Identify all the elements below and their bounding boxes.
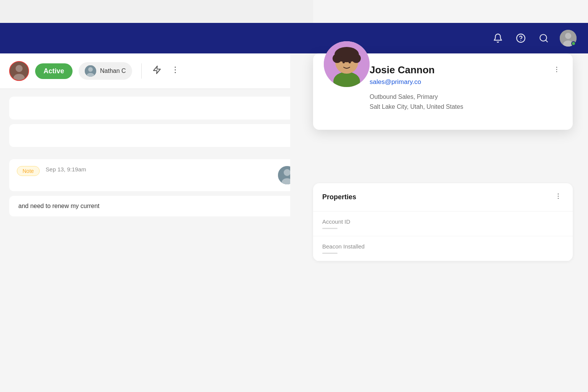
property-account-id: Account ID <box>313 211 573 236</box>
profile-more-icon[interactable] <box>551 64 562 77</box>
svg-point-32 <box>556 71 557 73</box>
property-account-id-value <box>322 228 338 229</box>
svg-point-34 <box>558 196 559 197</box>
contact-role: Outbound Sales, Primary Salt Lake City, … <box>370 92 551 111</box>
assignee-avatar <box>85 65 96 77</box>
more-options-icon[interactable] <box>169 64 181 78</box>
profile-avatar <box>324 41 370 87</box>
svg-line-3 <box>546 40 548 42</box>
svg-point-30 <box>556 67 557 68</box>
svg-point-14 <box>174 67 176 68</box>
svg-point-16 <box>174 72 176 73</box>
assignee-name: Nathan C <box>100 68 126 74</box>
conversation-panel: Active Nathan C <box>0 53 313 392</box>
property-beacon-installed-value <box>322 253 338 254</box>
properties-more-icon[interactable] <box>553 191 564 203</box>
conversation-list <box>0 89 313 155</box>
svg-point-27 <box>349 49 356 56</box>
note-body: and need to renew my current <box>18 203 100 209</box>
online-indicator <box>571 41 576 46</box>
notification-bell-icon[interactable] <box>491 31 505 45</box>
properties-panel: Properties Account ID Beacon Installed <box>313 183 573 261</box>
svg-point-5 <box>565 33 571 39</box>
note-timestamp: Sep 13, 9:19am <box>46 166 272 173</box>
conversation-item-2[interactable] <box>9 124 304 147</box>
svg-point-15 <box>174 69 176 71</box>
svg-point-26 <box>337 49 345 56</box>
profile-info: Josie Cannon sales@primary.co Outbound S… <box>370 64 551 111</box>
svg-point-35 <box>558 198 559 199</box>
help-icon[interactable] <box>514 31 528 45</box>
user-avatar-nav[interactable] <box>560 30 577 47</box>
svg-point-29 <box>349 61 351 63</box>
property-beacon-installed-label: Beacon Installed <box>322 243 564 250</box>
conversation-toolbar: Active Nathan C <box>0 53 313 89</box>
properties-title: Properties <box>322 193 356 201</box>
svg-point-18 <box>284 169 291 176</box>
property-account-id-label: Account ID <box>322 218 564 225</box>
lightning-icon[interactable] <box>151 64 163 78</box>
contact-email[interactable]: sales@primary.co <box>370 78 551 86</box>
svg-marker-13 <box>153 66 160 74</box>
status-badge[interactable]: Active <box>35 63 73 79</box>
note-row: Note Sep 13, 9:19am <box>9 159 304 191</box>
contact-avatar[interactable] <box>9 61 29 81</box>
note-text: and need to renew my current <box>9 196 304 216</box>
svg-point-33 <box>558 194 559 195</box>
toolbar-divider <box>141 63 142 79</box>
svg-point-11 <box>88 67 93 72</box>
profile-card: Josie Cannon sales@primary.co Outbound S… <box>313 53 573 130</box>
property-beacon-installed: Beacon Installed <box>313 236 573 261</box>
svg-point-8 <box>16 65 23 72</box>
search-icon[interactable] <box>537 31 551 45</box>
contact-name: Josie Cannon <box>370 64 551 76</box>
profile-card-header: Josie Cannon sales@primary.co Outbound S… <box>324 64 562 111</box>
assignee-chip[interactable]: Nathan C <box>79 62 132 80</box>
top-navigation <box>0 23 588 53</box>
svg-point-31 <box>556 69 557 70</box>
note-tag: Note <box>17 166 40 176</box>
svg-point-28 <box>342 61 345 63</box>
right-panel: Josie Cannon sales@primary.co Outbound S… <box>290 23 588 392</box>
conversation-item-1[interactable] <box>9 97 304 119</box>
properties-header: Properties <box>313 183 573 211</box>
